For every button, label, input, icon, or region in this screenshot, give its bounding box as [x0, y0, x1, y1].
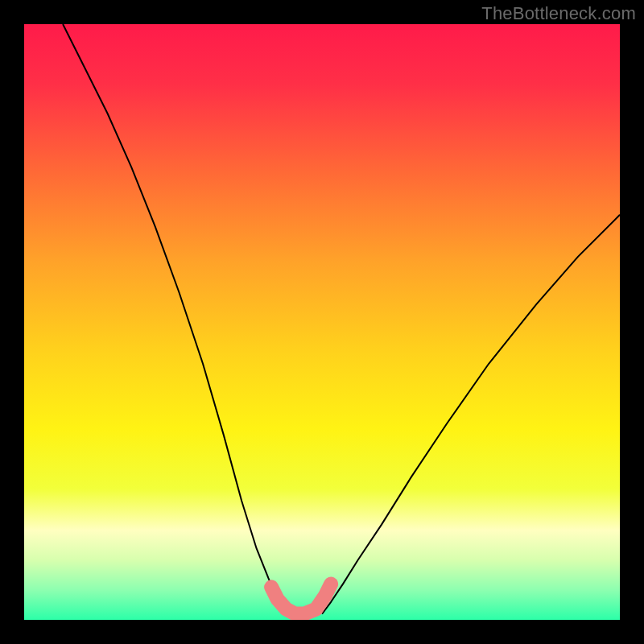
- watermark-text: TheBottleneck.com: [481, 3, 636, 24]
- gradient-background: [24, 24, 620, 620]
- plot-area: [24, 24, 620, 620]
- plot-svg: [24, 24, 620, 620]
- chart-frame: TheBottleneck.com: [0, 0, 644, 644]
